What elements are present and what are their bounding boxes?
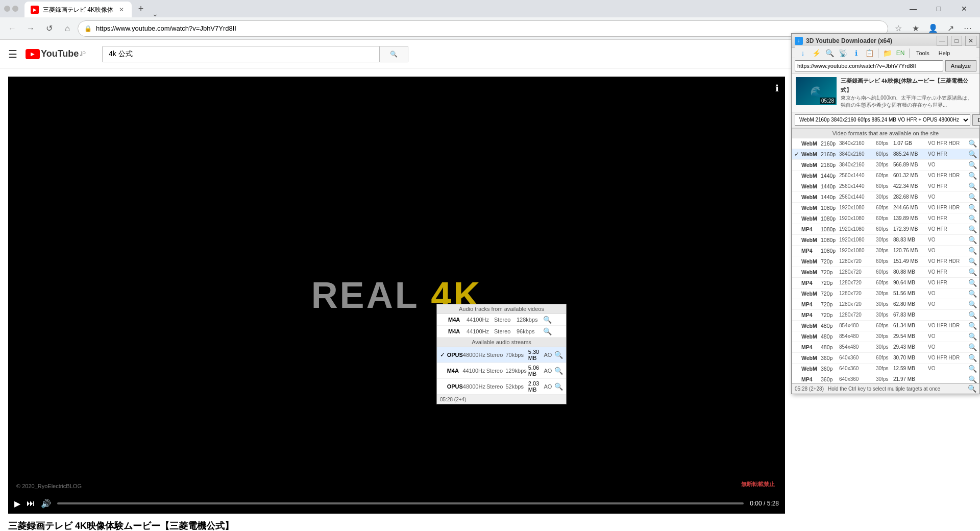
format-flags: VO [928,248,967,253]
dialog-minimize-button[interactable]: — [937,36,948,46]
download-button[interactable]: Download [972,114,980,126]
audio-track-m4a-96[interactable]: M4A 44100Hz Stereo 96kbps 🔍 [437,326,566,337]
help-menu-item[interactable]: Help [935,46,954,60]
flag-en-btn[interactable]: EN [894,47,906,59]
zoom-icon[interactable]: 🔍 [967,204,977,212]
zoom-btn[interactable]: 🔍 [554,382,563,391]
zoom-icon[interactable]: 🔍 [967,236,977,244]
zoom-btn[interactable]: 🔍 [554,351,563,359]
format-item[interactable]: WebM 720p 1280x720 60fps 80.88 MB VO HFR… [792,267,979,278]
zoom-icon[interactable]: 🔍 [967,172,977,180]
audio-stream-m4a-129[interactable]: M4A 44100Hz Stereo 129kbps 5.06 MB AO 🔍 [437,363,566,379]
ch-label: Stereo [494,328,517,334]
zoom-icon[interactable]: 🔍 [967,214,977,223]
close-button[interactable]: ✕ [952,0,976,17]
url-input[interactable] [795,60,943,71]
minimize-button[interactable]: — [901,0,925,17]
play-button[interactable]: ▶ [14,499,20,509]
tab-close-button[interactable]: ✕ [117,6,126,14]
audio-track-m4a-128[interactable]: M4A 44100Hz Stereo 128kbps 🔍 [437,314,566,326]
format-item[interactable]: WebM 480p 854x480 30fps 29.54 MB VO 🔍 [792,331,979,342]
zoom-icon[interactable]: 🔍 [967,139,977,148]
zoom-icon[interactable]: 🔍 [967,225,977,233]
home-button[interactable]: ⌂ [59,20,76,37]
info-icon[interactable]: ℹ [775,83,779,94]
format-item[interactable]: MP4 1080p 1920x1080 60fps 172.39 MB VO H… [792,224,979,235]
format-item[interactable]: MP4 720p 1280x720 30fps 62.80 MB VO 🔍 [792,299,979,310]
format-item[interactable]: WebM 2160p 3840x2160 30fps 566.89 MB VO … [792,160,979,171]
format-item[interactable]: WebM 480p 854x480 60fps 61.34 MB VO HFR … [792,321,979,331]
format-size: 1.07 GB [893,140,928,146]
format-item[interactable]: MP4 720p 1280x720 30fps 67.83 MB 🔍 [792,310,979,321]
format-item[interactable]: WebM 360p 640x360 60fps 30.70 MB VO HFR … [792,353,979,364]
info-btn[interactable]: ℹ [850,47,862,59]
format-item[interactable]: WebM 720p 1280x720 60fps 151.49 MB VO HF… [792,256,979,267]
format-item[interactable]: WebM 1440p 2560x1440 30fps 282.68 MB VO … [792,192,979,203]
zoom-icon[interactable]: 🔍 [967,161,977,169]
audio-dropdown-footer: 05:28 (2+4) [437,395,566,404]
format-item[interactable]: ✓ WebM 2160p 3840x2160 60fps 885.24 MB V… [792,149,979,160]
zoom-icon[interactable]: 🔍 [967,354,977,362]
new-tab-button[interactable]: + [132,0,150,18]
zoom-icon[interactable]: 🔍 [967,182,977,190]
refresh-button[interactable]: ↺ [41,20,57,37]
analyze-button[interactable]: Analyze [945,60,976,71]
format-item[interactable]: WebM 1080p 1920x1080 60fps 139.89 MB VO … [792,213,979,224]
rss-btn[interactable]: 📡 [837,47,849,59]
format-item[interactable]: WebM 1080p 1920x1080 60fps 244.66 MB VO … [792,203,979,213]
video-player[interactable]: REAL 4K ℹ ▶ ⏭ 🔊 0:00 / 5:28 無断転載禁 [8,77,785,514]
zoom-icon[interactable]: 🔍 [967,193,977,201]
zoom-btn[interactable]: 🔍 [543,316,552,324]
zoom-icon[interactable]: 🔍 [967,257,977,266]
format-item[interactable]: WebM 1440p 2560x1440 60fps 601.32 MB VO … [792,171,979,181]
zoom-btn[interactable]: 🔍 [543,327,552,335]
zoom-icon[interactable]: 🔍 [967,343,977,351]
folder-btn[interactable]: 📁 [881,47,893,59]
tab-list-button[interactable]: ⌄ [152,10,158,18]
back-button[interactable]: ← [4,20,20,37]
search-input[interactable] [109,50,373,58]
zoom-icon[interactable]: 🔍 [967,375,977,383]
maximize-button[interactable]: □ [927,0,950,17]
format-type: MP4 [801,344,821,350]
zoom-icon[interactable]: 🔍 [967,322,977,330]
zoom-btn[interactable]: 🔍 [554,367,563,375]
forward-button[interactable]: → [22,20,39,37]
format-res: 480p [821,333,839,340]
volume-button[interactable]: 🔊 [41,499,51,509]
flash-btn[interactable]: ⚡ [810,47,822,59]
active-tab[interactable]: ▶ 三菱録画テレビ 4K映像体 ✕ [24,2,132,18]
search-button[interactable]: 🔍 [380,46,408,62]
copy-btn[interactable]: 📋 [863,47,875,59]
dialog-maximize-button[interactable]: □ [951,36,962,46]
zoom-icon[interactable]: 🔍 [967,279,977,287]
zoom-icon[interactable]: 🔍 [967,332,977,341]
format-item[interactable]: MP4 720p 1280x720 60fps 90.64 MB VO HFR … [792,278,979,288]
zoom-icon[interactable]: 🔍 [967,300,977,308]
menu-button[interactable]: ☰ [8,48,17,60]
format-dropdown[interactable]: WebM 2160p 3840x2160 60fps 885.24 MB VO … [795,114,970,126]
format-item[interactable]: WebM 2160p 3840x2160 60fps 1.07 GB VO HF… [792,138,979,149]
format-item[interactable]: WebM 360p 640x360 30fps 12.59 MB VO 🔍 [792,364,979,374]
zoom-icon[interactable]: 🔍 [967,268,977,276]
next-button[interactable]: ⏭ [27,499,35,508]
audio-stream-opus-52[interactable]: OPUS 48000Hz Stereo 52kbps 2.03 MB AO 🔍 [437,379,566,395]
format-item[interactable]: WebM 1080p 1920x1080 30fps 88.83 MB VO 🔍 [792,235,979,246]
zoom-icon[interactable]: 🔍 [967,150,977,158]
zoom-icon[interactable]: 🔍 [967,289,977,298]
zoom-icon[interactable]: 🔍 [967,311,977,319]
tools-menu-item[interactable]: Tools [912,46,934,60]
format-item[interactable]: MP4 360p 640x360 30fps 21.97 MB 🔍 [792,374,979,383]
format-item[interactable]: WebM 720p 1280x720 30fps 51.56 MB VO 🔍 [792,288,979,299]
format-item[interactable]: WebM 1440p 2560x1440 60fps 422.34 MB VO … [792,181,979,192]
zoom-icon[interactable]: 🔍 [967,247,977,255]
address-input[interactable] [96,25,881,32]
zoom-icon[interactable]: 🔍 [967,365,977,373]
format-item[interactable]: MP4 1080p 1920x1080 30fps 120.76 MB VO 🔍 [792,246,979,256]
format-item[interactable]: MP4 480p 854x480 30fps 29.43 MB VO 🔍 [792,342,979,353]
search-icon-btn[interactable]: 🔍 [823,47,836,59]
audio-stream-opus-70[interactable]: ✓ OPUS 48000Hz Stereo 70kbps 5.30 MB AO … [437,347,566,363]
dialog-close-button[interactable]: ✕ [965,36,976,46]
download-icon-btn[interactable]: ↓ [797,47,809,59]
progress-bar[interactable] [57,502,744,504]
